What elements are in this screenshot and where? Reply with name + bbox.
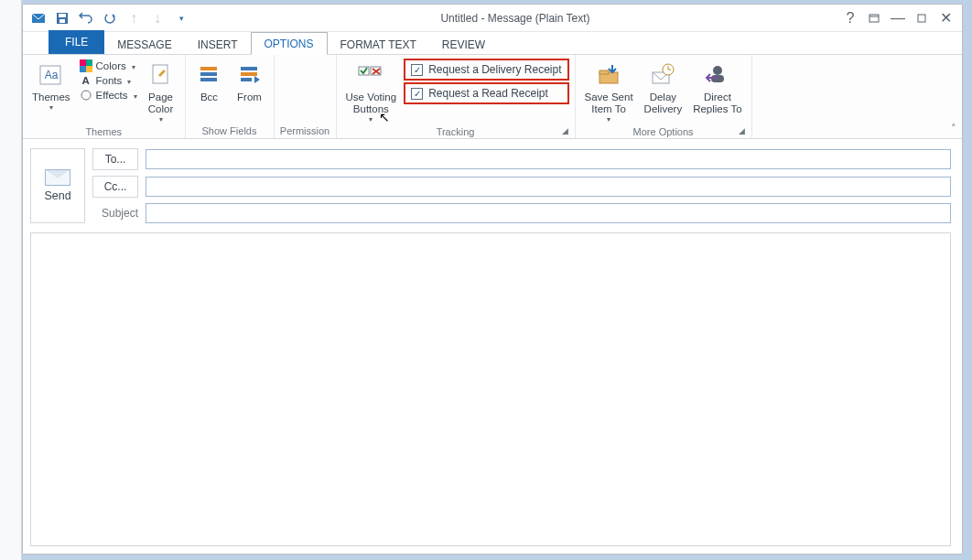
request-read-receipt[interactable]: ✓ Request a Read Receipt — [404, 82, 568, 104]
save-sent-item-to-button[interactable]: Save Sent Item To ▾ — [581, 59, 637, 126]
read-receipt-checkbox-icon: ✓ — [411, 88, 423, 100]
effects-button[interactable]: Effects — [78, 88, 139, 102]
colors-button[interactable]: Colors — [78, 59, 139, 73]
svg-point-14 — [81, 91, 91, 100]
app-icon[interactable] — [28, 8, 49, 28]
more-options-launcher-icon[interactable]: ◢ — [737, 125, 748, 136]
svg-rect-13 — [86, 66, 92, 72]
background-app-sliver — [0, 0, 22, 560]
tab-message[interactable]: MESSAGE — [104, 34, 184, 55]
ribbon-options: Aa Themes ▾ Colors AFonts Effects Page C… — [23, 55, 962, 139]
titlebar: ↑ ↓ ▾ Untitled - Message (Plain Text) ? … — [23, 5, 962, 32]
prev-item-icon: ↑ — [124, 8, 144, 28]
page-color-button[interactable]: Page Color ▾ — [143, 59, 179, 126]
delay-delivery-icon — [650, 60, 675, 90]
svg-rect-5 — [869, 15, 879, 22]
window-controls: ? — ✕ — [839, 9, 956, 27]
from-icon — [238, 60, 262, 90]
svg-point-30 — [713, 66, 722, 75]
svg-rect-19 — [241, 67, 257, 70]
svg-rect-3 — [59, 19, 65, 23]
message-body[interactable] — [30, 232, 951, 546]
svg-point-4 — [105, 14, 114, 23]
maximize-icon[interactable] — [911, 9, 933, 27]
group-themes: Aa Themes ▾ Colors AFonts Effects Page C… — [23, 55, 186, 138]
group-permission: Permission — [275, 55, 337, 138]
quick-access-toolbar: ↑ ↓ ▾ — [28, 8, 191, 28]
qat-customize-icon[interactable]: ▾ — [171, 8, 191, 28]
svg-rect-7 — [918, 15, 925, 22]
svg-rect-10 — [80, 59, 86, 66]
themes-icon: Aa — [38, 60, 64, 90]
svg-rect-11 — [86, 59, 92, 66]
svg-rect-12 — [80, 66, 86, 72]
group-more-options: Save Sent Item To ▾ Delay Delivery Direc… — [576, 55, 752, 138]
cc-input[interactable] — [146, 177, 951, 197]
tracking-launcher-icon[interactable]: ◢ — [560, 125, 571, 136]
voting-icon — [357, 60, 384, 90]
tab-file[interactable]: FILE — [49, 30, 104, 54]
send-button[interactable]: Send — [30, 148, 85, 223]
use-voting-buttons[interactable]: Use Voting Buttons ▾ — [342, 59, 401, 126]
themes-mini-stack: Colors AFonts Effects — [78, 59, 139, 102]
envelope-icon — [45, 169, 70, 186]
undo-icon[interactable] — [76, 8, 96, 28]
group-show-fields: Bcc From Show Fields — [186, 55, 275, 138]
subject-input[interactable] — [146, 203, 951, 223]
delay-delivery-button[interactable]: Delay Delivery — [641, 59, 686, 117]
message-window: ↑ ↓ ▾ Untitled - Message (Plain Text) ? … — [22, 4, 963, 555]
to-input[interactable] — [146, 149, 951, 169]
direct-replies-to-button[interactable]: Direct Replies To — [689, 59, 746, 117]
to-button[interactable]: To... — [92, 148, 138, 170]
help-icon[interactable]: ? — [839, 9, 861, 27]
group-tracking: Use Voting Buttons ▾ ✓ Request a Deliver… — [337, 55, 576, 138]
svg-rect-21 — [241, 78, 252, 81]
svg-text:Aa: Aa — [44, 69, 58, 81]
svg-rect-17 — [200, 72, 217, 76]
svg-rect-16 — [200, 67, 217, 70]
compose-area: Send To... Cc... Subject — [23, 139, 962, 554]
tab-format-text[interactable]: FORMAT TEXT — [328, 34, 429, 55]
tab-options[interactable]: OPTIONS — [251, 32, 328, 55]
tab-review[interactable]: REVIEW — [429, 34, 498, 55]
svg-rect-20 — [241, 72, 257, 76]
delivery-receipt-checkbox-icon: ✓ — [411, 64, 423, 76]
save-icon[interactable] — [52, 8, 72, 28]
window-title: Untitled - Message (Plain Text) — [191, 12, 839, 25]
direct-replies-icon — [705, 60, 730, 90]
ribbon-display-icon[interactable] — [863, 9, 885, 27]
svg-rect-25 — [599, 70, 609, 74]
close-icon[interactable]: ✕ — [934, 9, 956, 27]
collapse-ribbon-icon[interactable]: ˄ — [951, 123, 956, 135]
minimize-icon[interactable]: — — [887, 9, 909, 27]
svg-rect-18 — [200, 78, 217, 81]
bcc-button[interactable]: Bcc — [191, 59, 228, 105]
from-button[interactable]: From — [232, 59, 268, 105]
bcc-icon — [198, 60, 221, 90]
save-sent-icon — [596, 60, 621, 90]
redo-icon[interactable] — [100, 8, 120, 28]
next-item-icon: ↓ — [147, 8, 167, 28]
request-delivery-receipt[interactable]: ✓ Request a Delivery Receipt — [404, 59, 568, 81]
svg-rect-2 — [59, 14, 66, 17]
page-color-icon — [149, 60, 173, 90]
ribbon-tabs: FILE MESSAGE INSERT OPTIONS FORMAT TEXT … — [23, 32, 962, 55]
cc-button[interactable]: Cc... — [92, 176, 138, 198]
themes-button[interactable]: Aa Themes ▾ — [28, 59, 74, 113]
fonts-button[interactable]: AFonts — [78, 74, 139, 87]
subject-label: Subject — [92, 207, 138, 220]
tab-insert[interactable]: INSERT — [185, 34, 251, 55]
